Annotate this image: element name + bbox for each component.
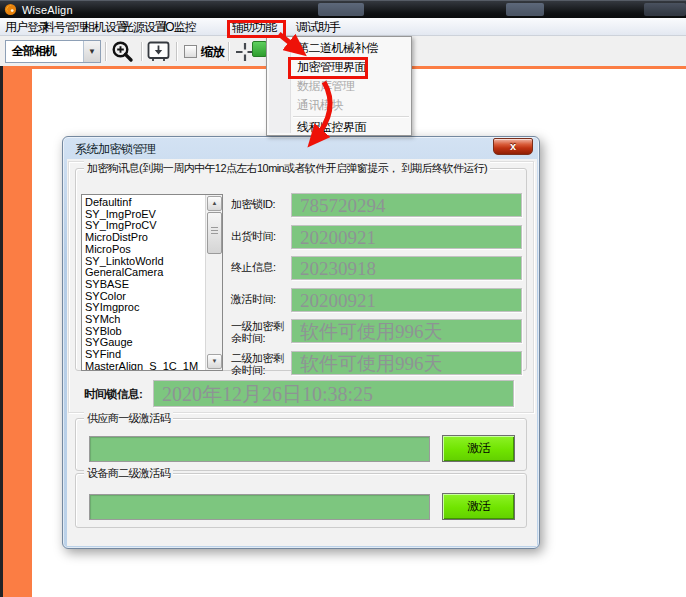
scroll-up-icon[interactable]: ▲	[207, 196, 222, 211]
menuitem-comm-module: 通讯模块	[267, 96, 411, 115]
titlebar: WiseAlign	[0, 0, 686, 18]
level1-remaining-value: 软件可使用996天	[291, 319, 522, 343]
save-capture-icon[interactable]	[147, 41, 170, 62]
toolbar-separator	[105, 42, 106, 61]
dialog-client-area: 加密狗讯息(到期一周内中午12点左右10min或者软件开启弹窗提示， 到期后终软…	[67, 159, 537, 546]
supplier-activation-label: 供应商一级激活码	[84, 411, 173, 426]
ship-date-value: 20200921	[291, 225, 522, 249]
time-lock-label: 时间锁信息:	[84, 387, 150, 402]
level2-remaining-label: 二级加密剩余时间:	[231, 352, 289, 376]
device-activation-label: 设备商二级激活码	[84, 466, 173, 481]
menuitem-encryption-management[interactable]: 加密管理界面	[267, 58, 411, 77]
toolbar-separator	[228, 42, 229, 61]
supplier-activation-groupbox: 供应商一级激活码 激活	[75, 418, 527, 471]
listbox-scrollbar[interactable]: ▲ ▼	[205, 195, 222, 370]
ship-date-label: 出货时间:	[231, 230, 289, 242]
titlebar-glass-reflection	[506, 3, 544, 16]
titlebar-glass-reflection	[644, 3, 686, 16]
lock-id-label: 加密锁ID:	[231, 198, 289, 210]
menubar: 用户登录 料号管理 相机设置 光源设置 IO监控 辅助功能 调试助手	[0, 18, 686, 36]
menu-aux-functions[interactable]: 辅助功能	[229, 18, 279, 36]
list-item[interactable]: SYBASE	[85, 279, 204, 291]
zoom-checkbox-label: 缩放	[201, 44, 224, 61]
list-item[interactable]: MicroPos	[85, 244, 204, 256]
module-listbox[interactable]: Defaultinf SY_ImgProEV SY_ImgProCV Micro…	[81, 194, 223, 371]
list-item[interactable]: Defaultinf	[85, 197, 204, 209]
scrollbar-thumb[interactable]	[207, 212, 222, 254]
close-icon[interactable]: x	[493, 138, 533, 155]
aux-functions-dropdown: 第二道机械补偿 加密管理界面 数据库管理 通讯模块 线程监控界面	[266, 36, 412, 136]
camera-select-dropdown[interactable]: 全部相机 ▼	[5, 40, 101, 63]
level2-remaining-value: 软件可使用996天	[291, 351, 522, 375]
activate-date-value: 20200921	[291, 288, 522, 312]
viewport-orange-sidebar	[3, 69, 32, 597]
wisealign-logo-icon	[4, 3, 17, 16]
activate-date-label: 激活时间:	[231, 293, 289, 305]
supplier-activation-input[interactable]	[89, 436, 430, 462]
supplier-activate-button[interactable]: 激活	[442, 435, 515, 462]
toolbar-separator	[176, 42, 177, 61]
encryption-lock-dialog: 系统加密锁管理 x 加密狗讯息(到期一周内中午12点左右10min或者软件开启弹…	[62, 136, 540, 549]
time-lock-value: 2020年12月26日10:38:25	[153, 380, 514, 407]
dialog-title: 系统加密锁管理	[75, 141, 156, 158]
zoom-checkbox[interactable]	[184, 45, 197, 58]
thumb-grip	[211, 230, 218, 231]
dongle-info-groupbox-label: 加密狗讯息(到期一周内中午12点左右10min或者软件开启弹窗提示， 到期后终软…	[84, 161, 490, 176]
menuitem-thread-monitor[interactable]: 线程监控界面	[267, 118, 411, 137]
level1-remaining-label: 一级加密剩余时间:	[231, 320, 289, 344]
titlebar-glass-reflection	[318, 3, 364, 16]
lock-id-value: 785720294	[291, 193, 522, 217]
expire-info-value: 20230918	[291, 256, 522, 280]
zoom-in-icon[interactable]	[110, 39, 135, 64]
list-item[interactable]: SYMch	[85, 314, 204, 326]
window-title: WiseAlign	[22, 4, 73, 16]
menu-io-monitor[interactable]: IO监控	[160, 18, 199, 36]
menuitem-database-management: 数据库管理	[267, 77, 411, 96]
module-list: Defaultinf SY_ImgProEV SY_ImgProCV Micro…	[85, 197, 204, 370]
expire-info-label: 终止信息:	[231, 261, 289, 273]
scroll-down-icon[interactable]: ▼	[207, 354, 222, 369]
menu-debug-helper[interactable]: 调试助手	[293, 18, 343, 36]
device-activation-groupbox: 设备商二级激活码 激活	[75, 473, 527, 528]
device-activation-input[interactable]	[89, 494, 430, 520]
menuitem-second-pass-compensation[interactable]: 第二道机械补偿	[267, 39, 411, 58]
chevron-down-icon[interactable]: ▼	[83, 41, 100, 62]
camera-select-value: 全部相机	[6, 41, 83, 62]
device-activate-button[interactable]: 激活	[442, 493, 515, 520]
menu-separator	[293, 116, 409, 117]
green-tool-icon[interactable]	[252, 41, 267, 57]
list-item[interactable]: MasterAlign_S_1C_1M	[85, 361, 204, 370]
toolbar-separator	[141, 42, 142, 61]
